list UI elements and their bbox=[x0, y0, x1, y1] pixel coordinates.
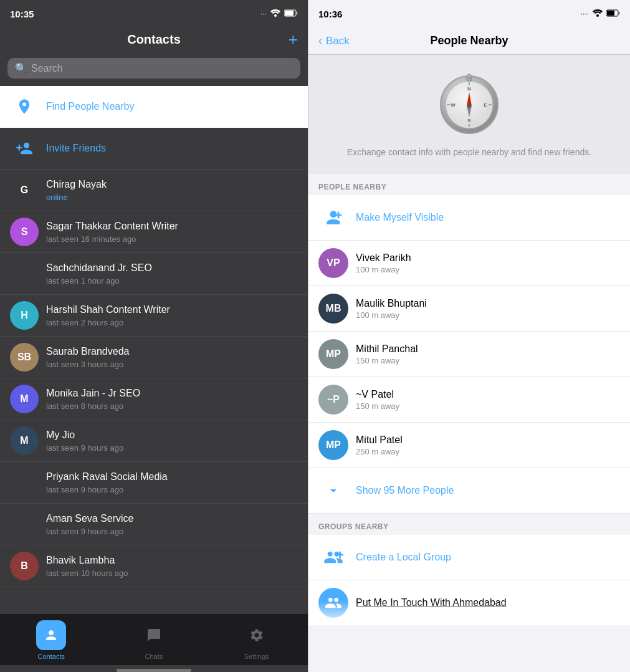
search-input-wrapper[interactable]: 🔍 Search bbox=[7, 58, 300, 79]
left-status-icons: ··· bbox=[260, 9, 298, 19]
people-nearby-list: VPVivek Parikh100 m awayMBMaulik Bhuptan… bbox=[308, 241, 630, 468]
find-people-nearby-label: Find People Nearby bbox=[46, 100, 298, 113]
person-nearby-item[interactable]: ~P~V Patel150 m away bbox=[308, 377, 630, 423]
invite-friends-label: Invite Friends bbox=[46, 142, 298, 155]
contact-name: Chirag Nayak bbox=[46, 178, 298, 191]
find-people-nearby-item[interactable]: Find People Nearby bbox=[0, 86, 308, 128]
person-nearby-item[interactable]: MBMaulik Bhuptani100 m away bbox=[308, 286, 630, 332]
left-time: 10:35 bbox=[10, 9, 34, 19]
make-myself-visible-item[interactable]: Make Myself Visible bbox=[308, 195, 630, 241]
svg-point-0 bbox=[274, 14, 277, 17]
person-avatar: MP bbox=[318, 339, 348, 369]
contact-item[interactable]: Priyank Raval Social Medialast seen 9 ho… bbox=[0, 462, 308, 504]
right-status-bar: 10:36 ···· bbox=[308, 0, 630, 27]
contact-name: Saurab Brandveda bbox=[46, 345, 298, 358]
person-text: Mithil Panchal150 m away bbox=[356, 343, 418, 365]
contact-status: last seen 9 hours ago bbox=[46, 443, 298, 453]
contact-avatar: SB bbox=[10, 343, 39, 372]
fade-overlay bbox=[308, 600, 630, 625]
right-content-scroll[interactable]: PEOPLE NEARBY Make Myself Visible VPVive… bbox=[308, 174, 630, 672]
svg-point-20 bbox=[467, 74, 471, 78]
contact-avatar: H bbox=[10, 301, 39, 330]
contact-avatar: B bbox=[10, 552, 39, 580]
contact-text: Aman Seva Servicelast seen 9 hours ago bbox=[46, 512, 298, 536]
compass-section: N S W E Exchange contact info with peopl… bbox=[308, 55, 630, 174]
person-nearby-item[interactable]: MPMithil Panchal150 m away bbox=[308, 332, 630, 377]
tab-contacts[interactable]: Contacts bbox=[36, 620, 66, 660]
right-status-icons: ···· bbox=[581, 9, 620, 19]
make-visible-icon bbox=[318, 203, 348, 233]
invite-friends-item[interactable]: Invite Friends bbox=[0, 128, 308, 170]
person-text: ~V Patel150 m away bbox=[356, 389, 399, 411]
contact-status: last seen 2 hours ago bbox=[46, 318, 298, 327]
person-distance: 100 m away bbox=[356, 265, 411, 274]
show-more-people-item[interactable]: Show 95 More People bbox=[308, 468, 630, 514]
contact-item[interactable]: GChirag Nayakonline bbox=[0, 170, 308, 211]
contact-text: My Jiolast seen 9 hours ago bbox=[46, 429, 298, 453]
person-distance: 100 m away bbox=[356, 310, 427, 320]
contact-item[interactable]: BBhavik Lambhalast seen 10 hours ago bbox=[0, 545, 308, 587]
contact-avatar: S bbox=[10, 218, 39, 246]
create-group-icon bbox=[318, 542, 348, 572]
contact-item[interactable]: MMy Jiolast seen 9 hours ago bbox=[0, 420, 308, 462]
right-time: 10:36 bbox=[318, 9, 342, 19]
settings-tab-icon bbox=[242, 620, 272, 650]
person-nearby-item[interactable]: VPVivek Parikh100 m away bbox=[308, 241, 630, 286]
contact-name: Monika Jain - Jr SEO bbox=[46, 387, 298, 400]
person-avatar: VP bbox=[318, 248, 348, 278]
page-title: People Nearby bbox=[430, 34, 508, 47]
search-placeholder: Search bbox=[31, 63, 63, 74]
svg-text:N: N bbox=[467, 86, 471, 92]
invite-friends-icon bbox=[10, 134, 39, 163]
contact-name: Aman Seva Service bbox=[46, 512, 298, 526]
person-distance: 150 m away bbox=[356, 401, 399, 411]
contact-text: Sachchidanand Jr. SEOlast seen 1 hour ag… bbox=[46, 262, 298, 286]
contact-text: Saurab Brandvedalast seen 3 hours ago bbox=[46, 345, 298, 369]
left-status-bar: 10:35 ··· bbox=[0, 0, 308, 27]
contact-item[interactable]: HHarshil Shah Content Writerlast seen 2 … bbox=[0, 295, 308, 337]
contact-status: last seen 1 hour ago bbox=[46, 276, 298, 286]
location-icon bbox=[10, 92, 39, 121]
contact-avatar: G bbox=[10, 176, 39, 204]
contact-item[interactable]: Aman Seva Servicelast seen 9 hours ago bbox=[0, 504, 308, 545]
svg-text:W: W bbox=[451, 102, 456, 108]
contacts-container: GChirag NayakonlineSSagar Thakkar Conten… bbox=[0, 170, 308, 587]
contacts-tab-label: Contacts bbox=[38, 653, 65, 660]
contact-text: Sagar Thakkar Content Writerlast seen 16… bbox=[46, 220, 298, 244]
svg-text:S: S bbox=[467, 118, 471, 123]
contact-status: last seen 10 hours ago bbox=[46, 569, 298, 578]
svg-point-3 bbox=[596, 14, 599, 17]
contact-item[interactable]: SBSaurab Brandvedalast seen 3 hours ago bbox=[0, 337, 308, 378]
left-wifi-icon bbox=[270, 9, 280, 19]
settings-tab-label: Settings bbox=[244, 653, 269, 660]
people-nearby-header: PEOPLE NEARBY bbox=[308, 174, 630, 195]
contact-text: Harshil Shah Content Writerlast seen 2 h… bbox=[46, 304, 298, 327]
invite-friends-text: Invite Friends bbox=[46, 142, 298, 155]
chats-tab-label: Chats bbox=[145, 653, 163, 660]
person-distance: 150 m away bbox=[356, 356, 418, 365]
contact-status: online bbox=[46, 193, 298, 202]
contact-item[interactable]: Sachchidanand Jr. SEOlast seen 1 hour ag… bbox=[0, 253, 308, 295]
show-more-label: Show 95 More People bbox=[356, 485, 454, 496]
contact-avatar bbox=[10, 468, 39, 497]
contact-item[interactable]: SSagar Thakkar Content Writerlast seen 1… bbox=[0, 211, 308, 253]
contact-item[interactable]: MMonika Jain - Jr SEOlast seen 8 hours a… bbox=[0, 378, 308, 420]
tab-chats[interactable]: Chats bbox=[139, 620, 169, 660]
make-visible-label: Make Myself Visible bbox=[356, 212, 444, 223]
contact-name: My Jio bbox=[46, 429, 298, 442]
add-contact-button[interactable]: + bbox=[289, 30, 298, 49]
right-dots-icon: ···· bbox=[581, 9, 589, 18]
groups-nearby-section: GROUPS NEARBY Create a Local Group bbox=[308, 514, 630, 625]
person-nearby-item[interactable]: MPMitul Patel250 m away bbox=[308, 423, 630, 468]
put-me-in-touch-item[interactable]: Put Me In Touch With Ahmedabad bbox=[308, 580, 630, 625]
left-header: Contacts + bbox=[0, 27, 308, 53]
search-bar-container: 🔍 Search bbox=[0, 53, 308, 86]
tab-settings[interactable]: Settings bbox=[242, 620, 272, 660]
contact-status: last seen 8 hours ago bbox=[46, 401, 298, 411]
create-local-group-item[interactable]: Create a Local Group bbox=[308, 535, 630, 580]
contact-text: Priyank Raval Social Medialast seen 9 ho… bbox=[46, 471, 298, 494]
person-name: Mithil Panchal bbox=[356, 343, 418, 355]
svg-point-18 bbox=[467, 104, 471, 108]
contact-avatar: M bbox=[10, 385, 39, 413]
back-button[interactable]: ‹ Back bbox=[318, 34, 350, 47]
